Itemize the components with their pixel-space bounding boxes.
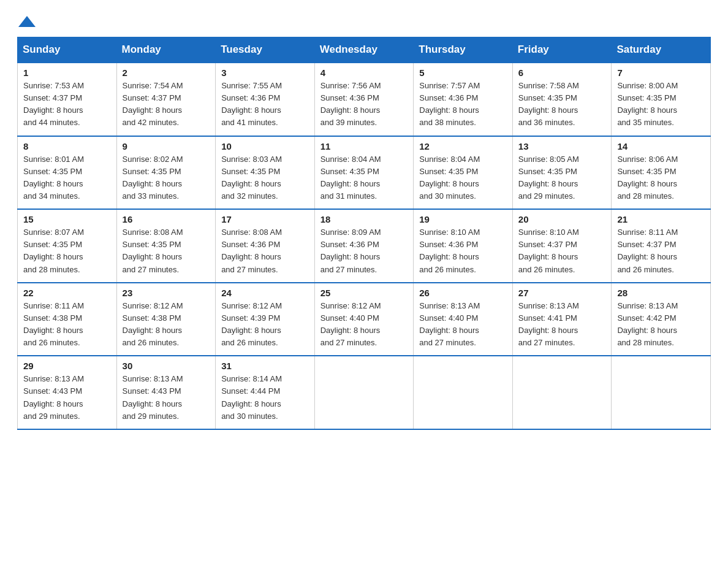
week-row-5: 29 Sunrise: 8:13 AMSunset: 4:43 PMDaylig… xyxy=(18,356,711,429)
day-cell xyxy=(512,356,612,429)
day-number: 28 xyxy=(617,288,705,298)
day-cell: 8 Sunrise: 8:01 AMSunset: 4:35 PMDayligh… xyxy=(18,136,117,210)
day-info: Sunrise: 8:12 AMSunset: 4:39 PMDaylight:… xyxy=(221,301,282,347)
week-row-1: 1 Sunrise: 7:53 AMSunset: 4:37 PMDayligh… xyxy=(18,63,711,136)
logo-text xyxy=(17,15,36,28)
day-info: Sunrise: 7:53 AMSunset: 4:37 PMDaylight:… xyxy=(23,81,84,127)
day-number: 20 xyxy=(518,214,606,224)
day-info: Sunrise: 8:13 AMSunset: 4:40 PMDaylight:… xyxy=(419,301,480,347)
day-info: Sunrise: 8:02 AMSunset: 4:35 PMDaylight:… xyxy=(123,155,183,201)
day-info: Sunrise: 8:11 AMSunset: 4:37 PMDaylight:… xyxy=(617,228,678,274)
day-number: 29 xyxy=(23,361,111,371)
day-info: Sunrise: 7:57 AMSunset: 4:36 PMDaylight:… xyxy=(419,81,480,127)
day-info: Sunrise: 8:05 AMSunset: 4:35 PMDaylight:… xyxy=(518,155,579,201)
day-info: Sunrise: 8:04 AMSunset: 4:35 PMDaylight:… xyxy=(320,155,381,201)
day-cell: 9 Sunrise: 8:02 AMSunset: 4:35 PMDayligh… xyxy=(116,136,216,210)
day-cell: 3 Sunrise: 7:55 AMSunset: 4:36 PMDayligh… xyxy=(216,63,315,136)
day-number: 21 xyxy=(617,214,705,224)
day-cell: 16 Sunrise: 8:08 AMSunset: 4:35 PMDaylig… xyxy=(116,209,216,283)
day-number: 25 xyxy=(320,288,408,298)
calendar-table: SundayMondayTuesdayWednesdayThursdayFrid… xyxy=(17,37,711,430)
day-number: 22 xyxy=(23,288,111,298)
logo xyxy=(17,15,36,26)
col-header-saturday: Saturday xyxy=(612,37,711,63)
day-cell xyxy=(414,356,513,429)
day-cell: 28 Sunrise: 8:13 AMSunset: 4:42 PMDaylig… xyxy=(612,283,711,356)
col-header-tuesday: Tuesday xyxy=(216,37,315,63)
day-number: 8 xyxy=(23,141,111,151)
day-cell: 2 Sunrise: 7:54 AMSunset: 4:37 PMDayligh… xyxy=(116,63,216,136)
day-cell: 24 Sunrise: 8:12 AMSunset: 4:39 PMDaylig… xyxy=(216,283,315,356)
day-number: 30 xyxy=(123,361,210,371)
day-number: 6 xyxy=(518,67,606,78)
logo-icon xyxy=(18,15,36,28)
day-cell: 23 Sunrise: 8:12 AMSunset: 4:38 PMDaylig… xyxy=(116,283,216,356)
day-cell: 11 Sunrise: 8:04 AMSunset: 4:35 PMDaylig… xyxy=(314,136,414,210)
week-row-3: 15 Sunrise: 8:07 AMSunset: 4:35 PMDaylig… xyxy=(18,209,711,283)
day-number: 14 xyxy=(617,141,705,151)
header xyxy=(17,15,711,26)
day-cell: 26 Sunrise: 8:13 AMSunset: 4:40 PMDaylig… xyxy=(414,283,513,356)
col-header-friday: Friday xyxy=(512,37,612,63)
day-number: 10 xyxy=(221,141,309,151)
day-info: Sunrise: 8:11 AMSunset: 4:38 PMDaylight:… xyxy=(23,301,84,347)
day-cell: 18 Sunrise: 8:09 AMSunset: 4:36 PMDaylig… xyxy=(314,209,414,283)
day-cell: 6 Sunrise: 7:58 AMSunset: 4:35 PMDayligh… xyxy=(512,63,612,136)
day-number: 7 xyxy=(617,67,705,78)
svg-marker-0 xyxy=(18,16,36,27)
day-number: 4 xyxy=(320,67,408,78)
day-number: 16 xyxy=(123,214,210,224)
day-cell: 12 Sunrise: 8:04 AMSunset: 4:35 PMDaylig… xyxy=(414,136,513,210)
page: SundayMondayTuesdayWednesdayThursdayFrid… xyxy=(0,0,728,447)
day-number: 17 xyxy=(221,214,309,224)
day-number: 31 xyxy=(221,361,309,371)
day-number: 9 xyxy=(123,141,210,151)
day-number: 11 xyxy=(320,141,408,151)
day-number: 27 xyxy=(518,288,606,298)
day-cell: 4 Sunrise: 7:56 AMSunset: 4:36 PMDayligh… xyxy=(314,63,414,136)
day-number: 19 xyxy=(419,214,507,224)
col-header-wednesday: Wednesday xyxy=(314,37,414,63)
day-number: 5 xyxy=(419,67,507,78)
day-number: 23 xyxy=(123,288,210,298)
day-number: 13 xyxy=(518,141,606,151)
day-cell: 25 Sunrise: 8:12 AMSunset: 4:40 PMDaylig… xyxy=(314,283,414,356)
day-number: 12 xyxy=(419,141,507,151)
day-cell: 1 Sunrise: 7:53 AMSunset: 4:37 PMDayligh… xyxy=(18,63,117,136)
col-header-monday: Monday xyxy=(116,37,216,63)
day-cell xyxy=(612,356,711,429)
day-info: Sunrise: 8:07 AMSunset: 4:35 PMDaylight:… xyxy=(23,228,84,274)
day-info: Sunrise: 8:12 AMSunset: 4:40 PMDaylight:… xyxy=(320,301,381,347)
day-info: Sunrise: 8:13 AMSunset: 4:43 PMDaylight:… xyxy=(23,374,84,420)
day-number: 24 xyxy=(221,288,309,298)
day-info: Sunrise: 8:13 AMSunset: 4:41 PMDaylight:… xyxy=(518,301,579,347)
day-info: Sunrise: 8:13 AMSunset: 4:42 PMDaylight:… xyxy=(617,301,678,347)
day-cell: 5 Sunrise: 7:57 AMSunset: 4:36 PMDayligh… xyxy=(414,63,513,136)
day-info: Sunrise: 8:01 AMSunset: 4:35 PMDaylight:… xyxy=(23,155,84,201)
day-info: Sunrise: 8:00 AMSunset: 4:35 PMDaylight:… xyxy=(617,81,678,127)
day-info: Sunrise: 8:14 AMSunset: 4:44 PMDaylight:… xyxy=(221,374,282,420)
day-info: Sunrise: 7:54 AMSunset: 4:37 PMDaylight:… xyxy=(123,81,183,127)
day-cell: 17 Sunrise: 8:08 AMSunset: 4:36 PMDaylig… xyxy=(216,209,315,283)
day-info: Sunrise: 8:09 AMSunset: 4:36 PMDaylight:… xyxy=(320,228,381,274)
col-header-thursday: Thursday xyxy=(414,37,513,63)
day-cell: 20 Sunrise: 8:10 AMSunset: 4:37 PMDaylig… xyxy=(512,209,612,283)
day-info: Sunrise: 8:10 AMSunset: 4:36 PMDaylight:… xyxy=(419,228,480,274)
day-number: 2 xyxy=(123,67,210,78)
day-info: Sunrise: 8:08 AMSunset: 4:36 PMDaylight:… xyxy=(221,228,282,274)
day-number: 1 xyxy=(23,67,111,78)
day-cell xyxy=(314,356,414,429)
day-info: Sunrise: 8:04 AMSunset: 4:35 PMDaylight:… xyxy=(419,155,480,201)
day-info: Sunrise: 8:06 AMSunset: 4:35 PMDaylight:… xyxy=(617,155,678,201)
day-info: Sunrise: 7:55 AMSunset: 4:36 PMDaylight:… xyxy=(221,81,282,127)
day-info: Sunrise: 8:10 AMSunset: 4:37 PMDaylight:… xyxy=(518,228,579,274)
day-cell: 27 Sunrise: 8:13 AMSunset: 4:41 PMDaylig… xyxy=(512,283,612,356)
day-info: Sunrise: 8:03 AMSunset: 4:35 PMDaylight:… xyxy=(221,155,282,201)
day-cell: 10 Sunrise: 8:03 AMSunset: 4:35 PMDaylig… xyxy=(216,136,315,210)
day-number: 18 xyxy=(320,214,408,224)
day-cell: 30 Sunrise: 8:13 AMSunset: 4:43 PMDaylig… xyxy=(116,356,216,429)
day-cell: 13 Sunrise: 8:05 AMSunset: 4:35 PMDaylig… xyxy=(512,136,612,210)
day-cell: 14 Sunrise: 8:06 AMSunset: 4:35 PMDaylig… xyxy=(612,136,711,210)
day-cell: 15 Sunrise: 8:07 AMSunset: 4:35 PMDaylig… xyxy=(18,209,117,283)
day-number: 15 xyxy=(23,214,111,224)
